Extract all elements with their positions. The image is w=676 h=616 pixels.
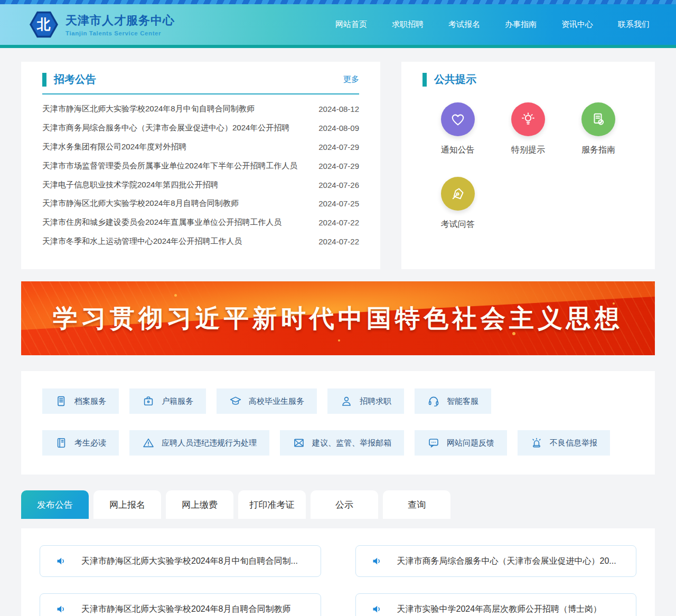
- public-tips-section-title: 公共提示: [434, 72, 634, 87]
- siren-icon: [530, 437, 543, 449]
- announcement-date: 2024-07-29: [318, 143, 359, 151]
- announcement-title[interactable]: 天津市静海区北师大实验学校2024年8月中旬自聘合同制教师: [42, 104, 255, 114]
- speaker-icon: [55, 603, 68, 615]
- header-bottom-bar: [0, 45, 676, 48]
- tab-public-notice[interactable]: 公示: [311, 490, 378, 519]
- tip-notice-announcements[interactable]: 通知公告: [441, 102, 475, 156]
- announcement-date: 2024-08-09: [318, 124, 359, 132]
- chat-bubble-icon: [427, 437, 440, 449]
- recruitment-announcements-panel: 招考公告 更多 天津市静海区北师大实验学校2024年8月中旬自聘合同制教师 20…: [21, 62, 380, 269]
- section-accent-bar: [42, 73, 46, 87]
- service-graduates[interactable]: 高校毕业生服务: [217, 388, 317, 414]
- announcement-row[interactable]: 天津水务集团有限公司2024年度对外招聘 2024-07-29: [42, 138, 359, 157]
- headset-icon: [427, 395, 440, 407]
- section-accent-bar: [422, 73, 427, 87]
- tab-query[interactable]: 查询: [383, 490, 450, 519]
- announcement-title[interactable]: 天津市市场监督管理委员会所属事业单位2024年下半年公开招聘工作人员: [42, 161, 297, 171]
- site-logo[interactable]: 北 天津市人才服务中心 Tianjin Talents Service Cent…: [30, 11, 175, 39]
- envelope-icon: [293, 437, 305, 449]
- announcement-row[interactable]: 天津市商务局综合服务中心（天津市会展业促进中心）2024年公开招聘 2024-0…: [42, 119, 359, 138]
- speaker-icon: [55, 555, 68, 567]
- tip-exam-qa[interactable]: 考试问答: [441, 177, 475, 230]
- logo-hexagon-icon: 北: [30, 11, 58, 39]
- service-bad-info-report[interactable]: 不良信息举报: [518, 430, 610, 456]
- banner-slogan: 学习贯彻习近平新时代中国特色社会主义思想: [53, 302, 623, 335]
- announcement-date: 2024-07-22: [318, 218, 359, 227]
- warning-triangle-icon: [142, 437, 155, 449]
- announcement-date: 2024-08-12: [318, 105, 359, 113]
- announcement-row[interactable]: 天津市静海区北师大实验学校2024年8月中旬自聘合同制教师 2024-08-12: [42, 100, 359, 119]
- notice-card[interactable]: 天津市商务局综合服务中心（天津市会展业促进中心）20...: [355, 545, 637, 577]
- main-nav: 网站首页 求职招聘 考试报名 办事指南 资讯中心 联系我们: [335, 20, 650, 30]
- announcement-list: 天津市静海区北师大实验学校2024年8月中旬自聘合同制教师 2024-08-12…: [42, 100, 359, 251]
- service-archive[interactable]: 档案服务: [42, 388, 119, 414]
- service-smart-customer-service[interactable]: 智能客服: [415, 388, 491, 414]
- notice-card[interactable]: 天津市静海区北师大实验学校2024年8月自聘合同制教师: [40, 593, 321, 616]
- announcement-title[interactable]: 天津市住房和城乡建设委员会2024年直属事业单位公开招聘工作人员: [42, 217, 281, 228]
- guide-document-icon: [581, 102, 615, 136]
- announcement-title[interactable]: 天津市静海区北师大实验学校2024年8月自聘合同制教师: [42, 198, 239, 209]
- announcement-date: 2024-07-26: [318, 181, 359, 189]
- site-title: 天津市人才服务中心: [65, 13, 175, 29]
- announcement-row[interactable]: 天津市住房和城乡建设委员会2024年直属事业单位公开招聘工作人员 2024-07…: [42, 213, 359, 232]
- notice-card[interactable]: 天津市实验中学2024年高层次教师公开招聘（博士岗）: [355, 593, 637, 616]
- nav-item-service-guide[interactable]: 办事指南: [505, 20, 537, 30]
- announcement-row[interactable]: 天津市市场监督管理委员会所属事业单位2024年下半年公开招聘工作人员 2024-…: [42, 156, 359, 175]
- book-icon: [55, 437, 68, 449]
- tab-online-payment[interactable]: 网上缴费: [166, 490, 233, 519]
- speaker-icon: [371, 555, 383, 567]
- site-header: 北 天津市人才服务中心 Tianjin Talents Service Cent…: [0, 0, 676, 48]
- notice-tabs: 发布公告 网上报名 网上缴费 打印准考证 公示 查询: [21, 490, 655, 519]
- nav-item-news-center[interactable]: 资讯中心: [561, 20, 593, 30]
- propaganda-banner[interactable]: 学习贯彻习近平新时代中国特色社会主义思想: [21, 281, 655, 355]
- service-household-registration[interactable]: 户籍服务: [129, 388, 206, 414]
- announcement-date: 2024-07-29: [318, 162, 359, 170]
- tip-special-notice[interactable]: 特别提示: [511, 102, 545, 156]
- service-job-seeking[interactable]: 招聘求职: [327, 388, 404, 414]
- announcement-date: 2024-07-22: [318, 237, 359, 246]
- sparkle-dot: [338, 339, 340, 342]
- announcements-section-title: 招考公告: [54, 72, 343, 87]
- service-candidate-must-read[interactable]: 考生必读: [42, 430, 119, 456]
- pen-nib-icon: [441, 177, 475, 211]
- lightbulb-icon: [511, 102, 545, 136]
- heart-icon: [441, 102, 475, 136]
- public-tips-panel: 公共提示 通知公告: [401, 62, 655, 269]
- announcement-date: 2024-07-25: [318, 199, 359, 208]
- sparkle-dot: [174, 294, 177, 297]
- announcement-title[interactable]: 天津电子信息职业技术学院2024年第四批公开招聘: [42, 180, 218, 190]
- speaker-icon: [371, 603, 383, 615]
- notice-card[interactable]: 天津市静海区北师大实验学校2024年8月中旬自聘合同制...: [40, 545, 321, 577]
- service-violation-handling[interactable]: 应聘人员违纪违规行为处理: [129, 430, 269, 456]
- tab-print-admission-ticket[interactable]: 打印准考证: [238, 490, 306, 519]
- site-subtitle: Tianjin Talents Service Center: [65, 30, 175, 36]
- announcement-title[interactable]: 天津市冬季和水上运动管理中心2024年公开招聘工作人员: [42, 236, 242, 247]
- tab-publish-announcements[interactable]: 发布公告: [21, 490, 89, 519]
- announcement-title[interactable]: 天津水务集团有限公司2024年度对外招聘: [42, 142, 186, 152]
- header-stripe-pattern: [0, 0, 676, 4]
- tip-service-guide[interactable]: 服务指南: [581, 102, 615, 156]
- nav-item-exam-registration[interactable]: 考试报名: [448, 20, 480, 30]
- service-report-mailbox[interactable]: 建议、监管、举报邮箱: [280, 430, 404, 456]
- nav-item-jobs[interactable]: 求职招聘: [392, 20, 424, 30]
- more-link[interactable]: 更多: [343, 74, 359, 84]
- service-website-feedback[interactable]: 网站问题反馈: [415, 430, 507, 456]
- archive-icon: [55, 395, 68, 407]
- nav-item-contact-us[interactable]: 联系我们: [618, 20, 650, 30]
- briefcase-icon: [142, 395, 155, 407]
- person-icon: [340, 395, 353, 407]
- announcement-row[interactable]: 天津电子信息职业技术学院2024年第四批公开招聘 2024-07-26: [42, 175, 359, 194]
- service-shortcuts-panel: 档案服务 户籍服务 高: [21, 371, 655, 475]
- announcement-row[interactable]: 天津市静海区北师大实验学校2024年8月自聘合同制教师 2024-07-25: [42, 194, 359, 213]
- nav-item-home[interactable]: 网站首页: [335, 20, 367, 30]
- announcement-title[interactable]: 天津市商务局综合服务中心（天津市会展业促进中心）2024年公开招聘: [42, 123, 289, 133]
- graduation-cap-icon: [229, 395, 242, 407]
- announcement-row[interactable]: 天津市冬季和水上运动管理中心2024年公开招聘工作人员 2024-07-22: [42, 232, 359, 251]
- tab-online-registration[interactable]: 网上报名: [93, 490, 161, 519]
- notice-cards-panel: 天津市静海区北师大实验学校2024年8月中旬自聘合同制... 天津市商务局综合服…: [21, 528, 655, 616]
